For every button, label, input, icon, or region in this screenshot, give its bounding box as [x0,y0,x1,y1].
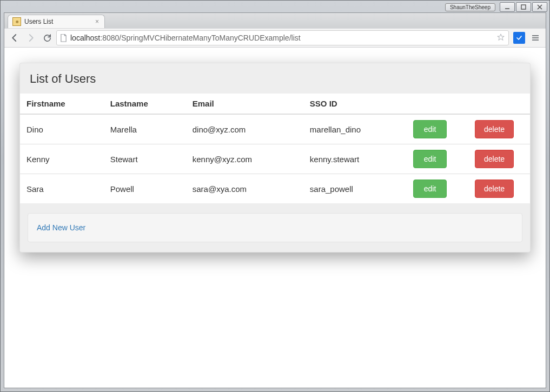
col-email: Email [186,94,303,114]
address-bar[interactable]: localhost:8080/SpringMVCHibernateManyToM… [56,30,509,45]
bookmark-star-icon[interactable] [496,33,505,43]
cell-lastname: Stewart [104,144,186,174]
extension-icon[interactable] [513,32,525,44]
window-maximize-button[interactable] [516,2,531,12]
browser-window: ⎈ Users List × localhost:8080/SpringMVCH… [4,12,546,388]
table-row: SaraPowellsara@xya.comsara_powelleditdel… [20,174,530,204]
add-user-well: Add New User [28,213,522,242]
cell-edit: edit [407,174,468,204]
page: List of Users Firstname Lastname Email S… [4,48,546,268]
browser-toolbar: localhost:8080/SpringMVCHibernateManyToM… [4,28,546,48]
users-panel: List of Users Firstname Lastname Email S… [19,63,531,253]
url-path: :8080/SpringMVCHibernateManyToManyCRUDEx… [100,34,300,42]
window-close-button[interactable] [532,2,547,12]
svg-rect-1 [521,5,526,9]
delete-button[interactable]: delete [475,120,514,138]
forward-button[interactable] [24,31,38,45]
page-icon [60,34,67,42]
col-sso-id: SSO ID [303,94,407,114]
url-host: localhost [70,34,100,42]
tabstrip: ⎈ Users List × [4,13,546,28]
reload-button[interactable] [40,31,54,45]
cell-sso_id: kenny.stewart [303,144,407,174]
cell-edit: edit [407,144,468,174]
os-app-pill: ShaunTheSheep [445,3,495,11]
cell-delete: delete [468,174,530,204]
page-title: List of Users [20,63,530,94]
back-button[interactable] [8,31,22,45]
tab-title: Users List [24,18,53,25]
hamburger-menu-icon[interactable] [528,31,542,45]
col-edit [407,94,468,114]
viewport: List of Users Firstname Lastname Email S… [4,48,546,388]
cell-lastname: Marella [104,114,186,144]
cell-firstname: Sara [20,174,104,204]
cell-edit: edit [407,114,468,144]
add-new-user-link[interactable]: Add New User [37,223,85,232]
delete-button[interactable]: delete [475,180,514,198]
col-lastname: Lastname [104,94,186,114]
col-delete [468,94,530,114]
delete-button[interactable]: delete [475,150,514,168]
os-window: ShaunTheSheep ⎈ Users List × [0,0,550,392]
cell-firstname: Kenny [20,144,104,174]
cell-delete: delete [468,144,530,174]
window-minimize-button[interactable] [500,2,515,12]
tab-close-icon[interactable]: × [94,18,100,25]
cell-lastname: Powell [104,174,186,204]
col-firstname: Firstname [20,94,104,114]
table-header-row: Firstname Lastname Email SSO ID [20,94,530,114]
browser-tab[interactable]: ⎈ Users List × [8,15,105,28]
cell-firstname: Dino [20,114,104,144]
edit-button[interactable]: edit [413,120,447,138]
cell-email: sara@xya.com [186,174,303,204]
cell-delete: delete [468,114,530,144]
users-table: Firstname Lastname Email SSO ID DinoMare… [20,94,530,203]
os-titlebar: ShaunTheSheep [1,1,549,12]
table-row: DinoMarelladino@xyz.commarellan_dinoedit… [20,114,530,144]
cell-email: kenny@xyz.com [186,144,303,174]
cell-sso_id: sara_powell [303,174,407,204]
edit-button[interactable]: edit [413,180,447,198]
table-row: KennyStewartkenny@xyz.comkenny.stewarted… [20,144,530,174]
favicon-icon: ⎈ [12,17,21,26]
cell-sso_id: marellan_dino [303,114,407,144]
edit-button[interactable]: edit [413,150,447,168]
cell-email: dino@xyz.com [186,114,303,144]
